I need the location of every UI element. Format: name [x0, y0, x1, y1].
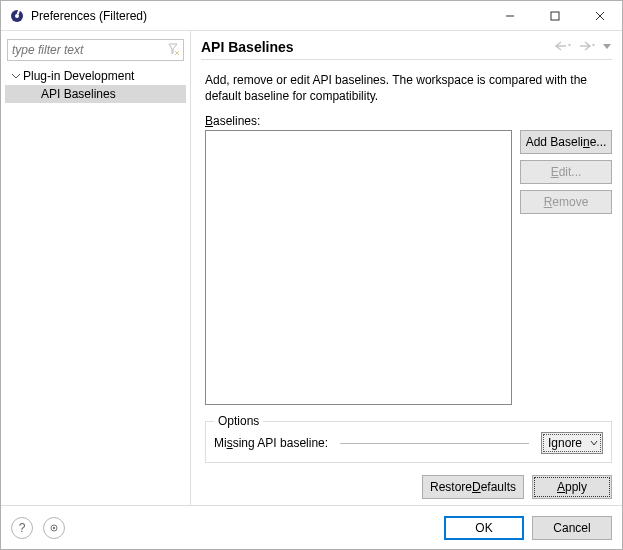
ok-button[interactable]: OK — [444, 516, 524, 540]
chevron-down-icon — [590, 436, 598, 450]
help-button[interactable]: ? — [11, 517, 33, 539]
page-footer: Restore Defaults Apply — [191, 467, 622, 505]
filter-wrapper — [7, 39, 184, 61]
missing-baseline-select[interactable]: Ignore — [541, 432, 603, 454]
preferences-window: Preferences (Filtered) Plug-in Developme… — [0, 0, 623, 550]
app-icon — [9, 8, 25, 24]
header-toolbar — [554, 40, 612, 52]
missing-baseline-label: Missing API baseline: — [214, 436, 328, 450]
options-section: Options Missing API baseline: Ignore — [205, 415, 612, 463]
page-header: API Baselines — [191, 31, 622, 59]
apply-button[interactable]: Apply — [532, 475, 612, 499]
window-title: Preferences (Filtered) — [31, 9, 487, 23]
tree-item-plugin-dev[interactable]: Plug-in Development — [5, 67, 186, 85]
baselines-buttons: Add Baseline... Edit... Remove — [520, 130, 612, 405]
main-panel: API Baselines Add, remove or edit API ba… — [191, 31, 622, 505]
page-description: Add, remove or edit API baselines. The w… — [205, 72, 612, 104]
tree-item-label: Plug-in Development — [23, 69, 134, 83]
svg-point-10 — [53, 526, 55, 528]
close-button[interactable] — [577, 1, 622, 30]
missing-baseline-row: Missing API baseline: Ignore — [214, 432, 603, 454]
page-title: API Baselines — [201, 39, 554, 55]
window-controls — [487, 1, 622, 30]
clear-filter-icon[interactable] — [166, 42, 180, 59]
dialog-body: Plug-in Development API Baselines API Ba… — [1, 31, 622, 505]
filler-line — [340, 443, 529, 444]
baselines-row: Add Baseline... Edit... Remove — [205, 130, 612, 405]
tree-item-api-baselines[interactable]: API Baselines — [5, 85, 186, 103]
restore-defaults-button[interactable]: Restore Defaults — [422, 475, 524, 499]
dialog-footer: ? OK Cancel — [1, 505, 622, 549]
preference-tree[interactable]: Plug-in Development API Baselines — [5, 67, 186, 499]
svg-rect-4 — [551, 12, 559, 20]
maximize-button[interactable] — [532, 1, 577, 30]
minimize-button[interactable] — [487, 1, 532, 30]
import-export-button[interactable] — [43, 517, 65, 539]
forward-button[interactable] — [578, 40, 596, 52]
baselines-list[interactable] — [205, 130, 512, 405]
footer-right: OK Cancel — [444, 516, 612, 540]
options-group-title: Options — [214, 414, 263, 428]
edit-baseline-button: Edit... — [520, 160, 612, 184]
titlebar: Preferences (Filtered) — [1, 1, 622, 31]
sidebar: Plug-in Development API Baselines — [1, 31, 191, 505]
back-button[interactable] — [554, 40, 572, 52]
menu-button[interactable] — [602, 41, 612, 51]
add-baseline-button[interactable]: Add Baseline... — [520, 130, 612, 154]
options-group: Options Missing API baseline: Ignore — [205, 421, 612, 463]
baselines-label: Baselines: — [205, 114, 612, 128]
select-value: Ignore — [548, 436, 582, 450]
content-area: Add, remove or edit API baselines. The w… — [191, 60, 622, 467]
remove-baseline-button: Remove — [520, 190, 612, 214]
tree-item-label: API Baselines — [39, 87, 118, 101]
footer-left: ? — [11, 517, 65, 539]
collapse-icon[interactable] — [9, 71, 23, 81]
cancel-button[interactable]: Cancel — [532, 516, 612, 540]
filter-input[interactable] — [7, 39, 184, 61]
svg-point-1 — [15, 14, 19, 18]
